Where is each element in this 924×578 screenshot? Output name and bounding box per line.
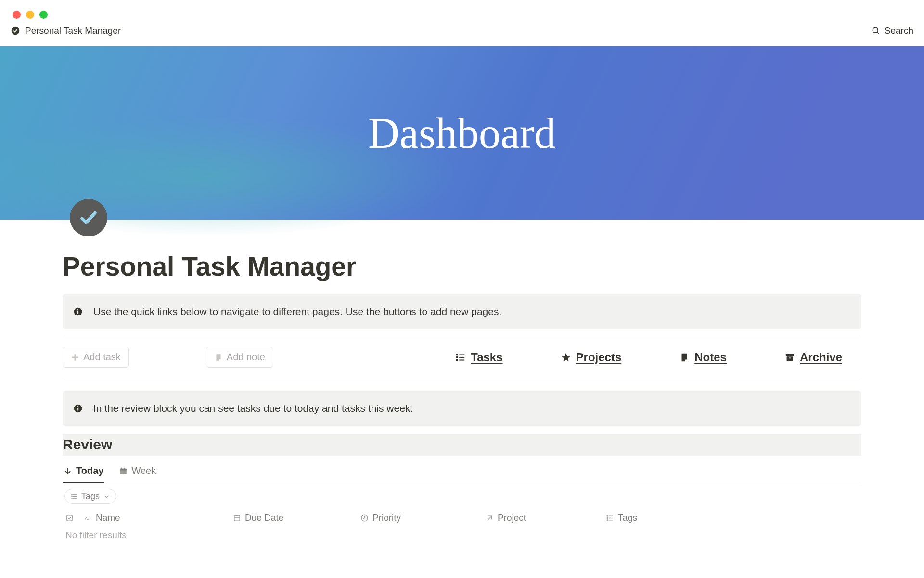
top-bar: Personal Task Manager Search bbox=[0, 19, 924, 46]
column-due-date[interactable]: Due Date bbox=[233, 512, 360, 523]
calendar-icon bbox=[119, 467, 128, 475]
tab-today-label: Today bbox=[76, 465, 103, 476]
tab-week[interactable]: Week bbox=[118, 460, 157, 483]
tab-today[interactable]: Today bbox=[63, 460, 104, 483]
svg-rect-17 bbox=[789, 357, 791, 358]
list-icon bbox=[455, 352, 466, 363]
add-task-button[interactable]: Add task bbox=[63, 347, 129, 368]
breadcrumb-title: Personal Task Manager bbox=[25, 26, 121, 36]
page-icon bbox=[679, 352, 690, 363]
svg-point-19 bbox=[77, 406, 79, 407]
main-content: Personal Task Manager Use the quick link… bbox=[0, 220, 924, 540]
svg-rect-25 bbox=[125, 467, 126, 469]
quick-actions-row: Add task Add note Tasks Projects bbox=[63, 347, 861, 368]
page-title: Personal Task Manager bbox=[63, 251, 861, 282]
svg-point-1 bbox=[873, 27, 878, 33]
svg-point-10 bbox=[457, 359, 458, 360]
svg-rect-20 bbox=[77, 408, 78, 411]
info-callout-mid: In the review block you can see tasks du… bbox=[63, 391, 861, 426]
priority-icon bbox=[360, 514, 369, 522]
divider bbox=[63, 381, 861, 381]
star-icon bbox=[561, 352, 571, 363]
svg-rect-16 bbox=[787, 356, 793, 361]
column-priority[interactable]: Priority bbox=[360, 512, 486, 523]
page-cover[interactable]: Dashboard bbox=[0, 46, 924, 220]
svg-line-39 bbox=[488, 516, 492, 520]
column-project-label: Project bbox=[498, 512, 526, 523]
column-name-label: Name bbox=[96, 512, 120, 523]
svg-marker-14 bbox=[561, 353, 570, 361]
callout-text: Use the quick links below to navigate to… bbox=[93, 306, 501, 317]
close-window-button[interactable] bbox=[13, 11, 21, 19]
text-icon: Aa bbox=[84, 514, 92, 522]
callout-text: In the review block you can see tasks du… bbox=[93, 403, 413, 414]
svg-rect-15 bbox=[786, 354, 794, 356]
maximize-window-button[interactable] bbox=[39, 11, 48, 19]
chevron-down-icon bbox=[103, 493, 110, 500]
svg-point-8 bbox=[457, 354, 458, 355]
arrow-down-icon bbox=[64, 467, 72, 475]
breadcrumb[interactable]: Personal Task Manager bbox=[11, 26, 121, 36]
filter-tags[interactable]: Tags bbox=[64, 489, 116, 504]
svg-point-42 bbox=[607, 520, 607, 520]
plus-icon bbox=[71, 353, 79, 362]
search-button[interactable]: Search bbox=[871, 26, 913, 36]
filter-tags-label: Tags bbox=[81, 491, 100, 501]
svg-line-2 bbox=[877, 32, 879, 34]
column-name[interactable]: Aa Name bbox=[84, 512, 233, 523]
nav-tasks-label: Tasks bbox=[471, 351, 502, 364]
column-tags[interactable]: Tags bbox=[606, 512, 702, 523]
svg-point-26 bbox=[72, 494, 72, 495]
info-icon bbox=[73, 307, 83, 316]
svg-text:Aa: Aa bbox=[84, 515, 90, 521]
column-project[interactable]: Project bbox=[486, 512, 606, 523]
table-header: Aa Name Due Date Priority Project Tags bbox=[63, 504, 861, 526]
view-tabs: Today Week bbox=[63, 460, 861, 483]
nav-tasks[interactable]: Tasks bbox=[455, 351, 502, 364]
info-icon bbox=[73, 404, 83, 413]
page-icon[interactable] bbox=[70, 199, 107, 236]
list-small-icon bbox=[606, 514, 614, 522]
svg-point-41 bbox=[607, 517, 607, 518]
nav-notes-label: Notes bbox=[694, 351, 727, 364]
add-task-label: Add task bbox=[83, 352, 121, 363]
search-icon bbox=[871, 26, 881, 36]
archive-icon bbox=[784, 352, 795, 363]
tab-week-label: Week bbox=[131, 465, 156, 476]
add-note-label: Add note bbox=[227, 352, 265, 363]
note-icon bbox=[214, 353, 223, 362]
window-controls bbox=[0, 0, 924, 19]
calendar-icon bbox=[233, 514, 241, 522]
svg-rect-24 bbox=[122, 467, 123, 469]
arrow-upright-icon bbox=[486, 514, 494, 522]
list-small-icon bbox=[71, 493, 78, 500]
info-callout-top: Use the quick links below to navigate to… bbox=[63, 294, 861, 329]
nav-archive[interactable]: Archive bbox=[784, 351, 842, 364]
review-title: Review bbox=[63, 436, 861, 453]
minimize-window-button[interactable] bbox=[26, 11, 34, 19]
svg-rect-23 bbox=[120, 468, 127, 470]
checkbox-icon bbox=[65, 514, 74, 522]
svg-point-4 bbox=[77, 309, 79, 311]
empty-state: No filter results bbox=[63, 526, 861, 540]
column-due-label: Due Date bbox=[245, 512, 283, 523]
cover-title: Dashboard bbox=[368, 108, 556, 158]
svg-rect-32 bbox=[67, 515, 72, 520]
nav-links: Tasks Projects Notes Archive bbox=[455, 351, 861, 364]
column-priority-label: Priority bbox=[372, 512, 401, 523]
content-area: Dashboard Personal Task Manager Use the … bbox=[0, 46, 924, 557]
filter-row: Tags bbox=[63, 483, 861, 504]
nav-projects[interactable]: Projects bbox=[561, 351, 622, 364]
column-tags-label: Tags bbox=[618, 512, 637, 523]
nav-notes[interactable]: Notes bbox=[679, 351, 727, 364]
column-checkbox[interactable] bbox=[63, 514, 84, 522]
check-circle-icon bbox=[11, 26, 20, 36]
nav-projects-label: Projects bbox=[576, 351, 622, 364]
divider bbox=[63, 337, 861, 337]
svg-rect-5 bbox=[77, 311, 78, 314]
checkmark-icon bbox=[79, 208, 98, 227]
nav-archive-label: Archive bbox=[800, 351, 842, 364]
svg-point-28 bbox=[72, 498, 72, 499]
add-note-button[interactable]: Add note bbox=[206, 347, 273, 368]
svg-point-27 bbox=[72, 496, 72, 497]
